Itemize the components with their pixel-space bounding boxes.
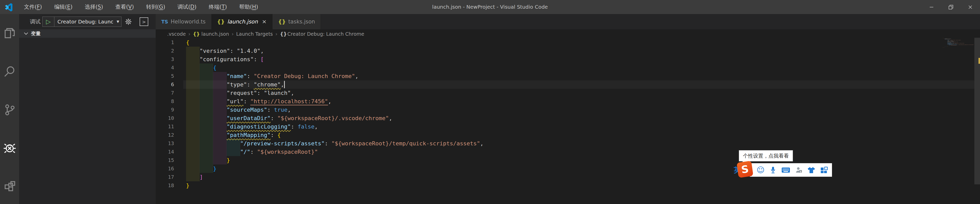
tab-tasks.json[interactable]: {}tasks.json xyxy=(272,14,321,29)
sidebar-item-explorer[interactable] xyxy=(0,14,19,52)
code-editor[interactable]: 1{2 "version": "1.4.0",3 "configurations… xyxy=(156,38,980,204)
line-number[interactable]: 12 xyxy=(156,131,174,139)
menu-bar: 文件(F)编辑(E)选择(S)查看(V)转到(G)调试(D)终端(T)帮助(H) xyxy=(18,0,264,14)
tab-launch.json[interactable]: {}launch.json× xyxy=(212,14,272,29)
vertical-scrollbar[interactable] xyxy=(974,37,980,204)
code-line[interactable]: 10 "userDataDir": "${workspaceRoot}/.vsc… xyxy=(156,114,974,122)
variables-section-header[interactable]: 变量 xyxy=(19,29,156,38)
code-token: , xyxy=(355,73,358,79)
line-number[interactable]: 16 xyxy=(156,164,174,173)
debug-toolbar: 调试 ▷ Creator Debug: Launch Chrome ▼ > xyxy=(19,14,156,29)
code-token: : xyxy=(267,107,274,113)
sidebar-item-search[interactable] xyxy=(0,52,19,90)
code-token: "Creator Debug: Launch Chrome" xyxy=(254,73,355,79)
line-number[interactable]: 1 xyxy=(156,38,174,47)
code-token: , xyxy=(281,81,284,88)
code-line[interactable]: 6 "type": "chrome", xyxy=(156,80,974,89)
variables-section-title: 变量 xyxy=(31,30,41,37)
menu-item[interactable]: 终端(T) xyxy=(203,0,233,14)
breadcrumb-item[interactable]: Launch Targets xyxy=(236,31,273,37)
gear-icon[interactable] xyxy=(124,18,132,25)
debug-config-select[interactable]: Creator Debug: Launch Chrome ▼ xyxy=(54,17,121,27)
line-number[interactable]: 10 xyxy=(156,114,174,122)
breadcrumb-separator: › xyxy=(188,31,190,37)
code-token: , xyxy=(389,115,392,122)
code-line[interactable]: 13 "/preview-scripts/assets": "${workspa… xyxy=(156,139,974,148)
line-number[interactable]: 8 xyxy=(156,97,174,106)
restore-button[interactable] xyxy=(941,0,961,14)
menu-item[interactable]: 编辑(E) xyxy=(48,0,79,14)
code-line[interactable]: 11 "diagnosticLogging": false, xyxy=(156,122,974,131)
breadcrumb-item[interactable]: {}launch.json xyxy=(193,31,229,37)
code-line-text: "/": "${workspaceRoot}" xyxy=(186,148,318,156)
code-line[interactable]: 16 } xyxy=(156,164,974,173)
sogou-logo[interactable]: S xyxy=(737,161,753,178)
sidebar-item-extensions[interactable] xyxy=(0,167,19,204)
ime-tooltip[interactable]: 个性设置，点我看看 xyxy=(739,150,793,161)
menu-item[interactable]: 调试(D) xyxy=(171,0,203,14)
code-line-text: "request": "launch", xyxy=(186,89,294,97)
code-line-text: "name": "Creator Debug: Launch Chrome", xyxy=(186,72,359,80)
tab-close-icon[interactable]: × xyxy=(262,19,266,24)
line-number[interactable]: 13 xyxy=(156,139,174,148)
line-number[interactable]: 2 xyxy=(156,47,174,55)
ime-keyboard-button[interactable] xyxy=(781,167,790,173)
code-line-text: { xyxy=(186,63,216,72)
menu-item[interactable]: 文件(F) xyxy=(18,0,48,14)
code-line[interactable]: 8 "url": "http://localhost:7456", xyxy=(156,97,974,106)
menu-item[interactable]: 查看(V) xyxy=(109,0,140,14)
code-line[interactable]: 5 "name": "Creator Debug: Launch Chrome"… xyxy=(156,72,974,80)
ime-profile-button[interactable]: 6 xyxy=(795,166,802,174)
breadcrumb-item[interactable]: {}Creator Debug: Launch Chrome xyxy=(280,31,364,37)
line-number[interactable]: 6 xyxy=(156,80,174,89)
code-token: : xyxy=(325,140,331,147)
sidebar-item-debug[interactable] xyxy=(0,129,19,167)
line-number[interactable]: 14 xyxy=(156,148,174,156)
menu-item[interactable]: 转到(G) xyxy=(140,0,172,14)
minimap[interactable]: { "version": "1.4.0", "configurations": … xyxy=(943,38,974,79)
line-number[interactable]: 4 xyxy=(156,63,174,72)
ime-emoji-button[interactable]: ☺ xyxy=(757,166,765,174)
code-line[interactable]: 17 ] xyxy=(156,173,974,181)
json-file-icon: {} xyxy=(193,31,200,37)
debug-console-button[interactable]: > xyxy=(140,17,148,26)
minimize-icon xyxy=(929,5,934,10)
minimize-button[interactable] xyxy=(922,0,941,14)
line-number[interactable]: 17 xyxy=(156,173,174,181)
line-number[interactable]: 7 xyxy=(156,89,174,97)
code-line[interactable]: 3 "configurations": [ xyxy=(156,55,974,63)
start-debug-button[interactable]: ▷ xyxy=(43,17,54,27)
code-line[interactable]: 4 { xyxy=(156,63,974,72)
code-line[interactable]: 7 "request": "launch", xyxy=(156,89,974,97)
code-token: : xyxy=(250,149,257,155)
code-token: : xyxy=(270,132,277,138)
menu-item[interactable]: 帮助(H) xyxy=(233,0,264,14)
breadcrumb-item[interactable]: .vscode xyxy=(167,31,186,37)
code-line[interactable]: 2 "version": "1.4.0", xyxy=(156,47,974,55)
ime-skin-button[interactable] xyxy=(808,166,815,174)
code-token: "chrome" xyxy=(254,81,281,88)
line-number[interactable]: 3 xyxy=(156,55,174,63)
code-line[interactable]: 18} xyxy=(156,181,974,190)
code-line[interactable]: 15 } xyxy=(156,156,974,164)
line-number[interactable]: 5 xyxy=(156,72,174,80)
ime-toolbox-button[interactable] xyxy=(820,166,828,174)
code-token xyxy=(186,98,227,104)
code-token: , xyxy=(287,107,291,113)
tab-Helloworld.ts[interactable]: TSHelloworld.ts xyxy=(156,14,212,29)
explorer-icon xyxy=(3,27,16,40)
sidebar-item-source-control[interactable] xyxy=(0,90,19,129)
menu-item[interactable]: 选择(S) xyxy=(79,0,109,14)
line-number[interactable]: 15 xyxy=(156,156,174,164)
close-button[interactable] xyxy=(961,0,980,14)
code-line[interactable]: 14 "/": "${workspaceRoot}" xyxy=(156,148,974,156)
ime-voice-button[interactable] xyxy=(770,166,776,174)
line-number[interactable]: 11 xyxy=(156,122,174,131)
code-token: "sourceMaps" xyxy=(227,107,267,113)
code-line[interactable]: 1{ xyxy=(156,38,974,47)
code-line[interactable]: 9 "sourceMaps": true, xyxy=(156,106,974,114)
line-number[interactable]: 9 xyxy=(156,106,174,114)
line-number[interactable]: 18 xyxy=(156,181,174,190)
code-line-text: "url": "http://localhost:7456", xyxy=(186,97,331,106)
code-line[interactable]: 12 "pathMapping": { xyxy=(156,131,974,139)
